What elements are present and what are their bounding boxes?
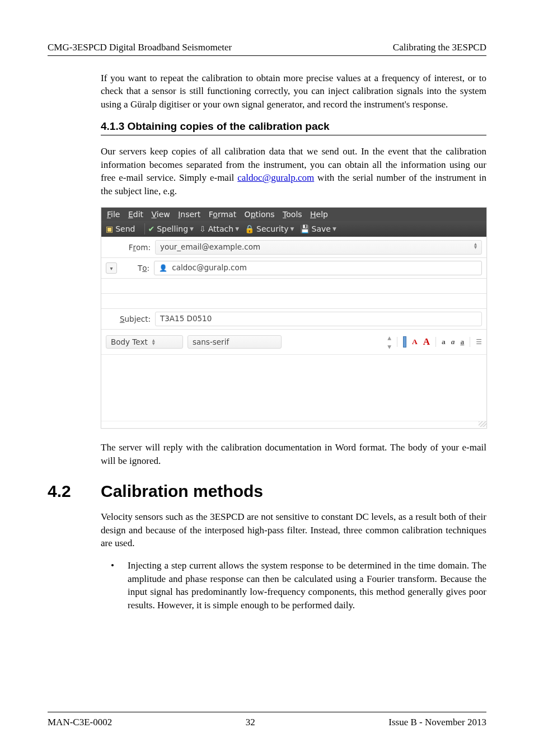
separator	[144, 223, 145, 234]
email-compose-window: File Edit View Insert Format Options Too…	[101, 207, 487, 429]
text-color-icon[interactable]	[403, 336, 406, 348]
from-field[interactable]: your_email@example.com ▴▾	[155, 240, 482, 255]
menu-edit[interactable]: Edit	[128, 210, 143, 219]
from-label: From:	[106, 243, 155, 252]
security-button[interactable]: 🔒 Security ▼	[245, 224, 294, 233]
recipient-type-selector[interactable]: ▾	[106, 262, 117, 274]
spelling-button[interactable]: ✔ Spelling ▼	[148, 224, 194, 233]
save-icon: 💾	[300, 224, 310, 233]
security-label: Security	[256, 224, 289, 233]
menubar: File Edit View Insert Format Options Too…	[101, 208, 486, 221]
bold-icon[interactable]: a	[442, 337, 446, 346]
attach-label: Attach	[208, 224, 233, 233]
contact-icon: 👤	[159, 264, 167, 272]
menu-options[interactable]: Options	[245, 210, 275, 219]
header-rule	[48, 55, 486, 56]
italic-icon[interactable]: a	[451, 337, 455, 346]
menu-help[interactable]: Help	[310, 210, 328, 219]
send-label: Send	[115, 224, 135, 233]
font-value: sans-serif	[193, 337, 229, 346]
to-field[interactable]: 👤 caldoc@guralp.com	[154, 261, 482, 275]
footer-rule	[48, 712, 486, 712]
font-size-smaller-icon[interactable]: A	[412, 337, 418, 346]
check-icon: ✔	[148, 224, 155, 233]
empty-recipient-row	[101, 278, 486, 293]
chevron-down-icon: ▼	[235, 226, 239, 232]
format-toolbar: Body Text ▴▾ sans-serif ▴▾ A A a a a ☰	[101, 329, 486, 354]
menu-insert[interactable]: Insert	[178, 210, 200, 219]
section-title: Calibration methods	[101, 482, 263, 501]
from-value: your_email@example.com	[160, 242, 260, 251]
header-right: Calibrating the 3ESPCD	[393, 42, 486, 53]
header-left: CMG-3ESPCD Digital Broadband Seismometer	[48, 42, 232, 53]
chevron-down-icon: ▼	[190, 226, 194, 232]
menu-file[interactable]: File	[107, 210, 120, 219]
send-button[interactable]: ▣ Send	[106, 224, 135, 233]
attach-button[interactable]: ⇩ Attach ▼	[199, 224, 239, 233]
save-label: Save	[312, 224, 331, 233]
caldoc-link[interactable]: caldoc@guralp.com	[237, 172, 314, 183]
spelling-label: Spelling	[157, 224, 188, 233]
section-number: 4.2	[48, 482, 101, 501]
chevron-down-icon: ▼	[291, 226, 294, 232]
paragraph-intro: If you want to repeat the calibration to…	[101, 72, 486, 111]
sub-heading-rule	[101, 135, 486, 135]
menu-format[interactable]: Format	[209, 210, 236, 219]
font-family-select[interactable]: sans-serif	[188, 335, 282, 349]
spinner-icon[interactable]: ▴▾	[387, 333, 391, 351]
paragraph-obtain: Our servers keep copies of all calibrati…	[101, 145, 486, 198]
footer-right: Issue B - November 2013	[388, 717, 486, 728]
paragraph-reply: The server will reply with the calibrati…	[101, 441, 486, 467]
to-label: To:	[120, 264, 154, 273]
to-value: caldoc@guralp.com	[172, 263, 247, 272]
empty-recipient-row	[101, 293, 486, 308]
style-value: Body Text	[111, 337, 148, 346]
statusbar	[101, 421, 486, 428]
sub-heading: 4.1.3 Obtaining copies of the calibratio…	[101, 120, 486, 133]
paragraph-velocity: Velocity sensors such as the 3ESPCD are …	[101, 510, 486, 550]
resize-grip-icon[interactable]	[479, 421, 486, 427]
attach-icon: ⇩	[199, 224, 206, 233]
separator	[470, 337, 470, 347]
list-icon[interactable]: ☰	[476, 338, 482, 346]
chevron-down-icon: ▼	[332, 226, 336, 232]
font-size-larger-icon[interactable]: A	[423, 336, 430, 348]
bullet-item: Injecting a step current allows the syst…	[118, 559, 486, 612]
spinner-icon: ▴▾	[152, 339, 155, 345]
paragraph-style-select[interactable]: Body Text ▴▾	[106, 335, 183, 349]
lock-icon: 🔒	[245, 224, 254, 233]
menu-tools[interactable]: Tools	[283, 210, 302, 219]
subject-value: T3A15 D0510	[160, 314, 212, 323]
toolbar: ▣ Send ✔ Spelling ▼ ⇩ Attach ▼ 🔒 Securit…	[101, 221, 486, 237]
separator	[397, 337, 397, 347]
menu-view[interactable]: View	[151, 210, 170, 219]
send-icon: ▣	[106, 224, 113, 233]
subject-label: Subject:	[106, 314, 155, 323]
message-body[interactable]	[101, 354, 486, 421]
footer-left: MAN-C3E-0002	[48, 717, 112, 728]
save-button[interactable]: 💾 Save ▼	[300, 224, 336, 233]
separator	[435, 337, 436, 347]
footer-page-number: 32	[246, 717, 255, 728]
underline-icon[interactable]: a	[460, 337, 464, 346]
spinner-icon[interactable]: ▴▾	[474, 242, 477, 249]
subject-field[interactable]: T3A15 D0510	[155, 312, 482, 326]
